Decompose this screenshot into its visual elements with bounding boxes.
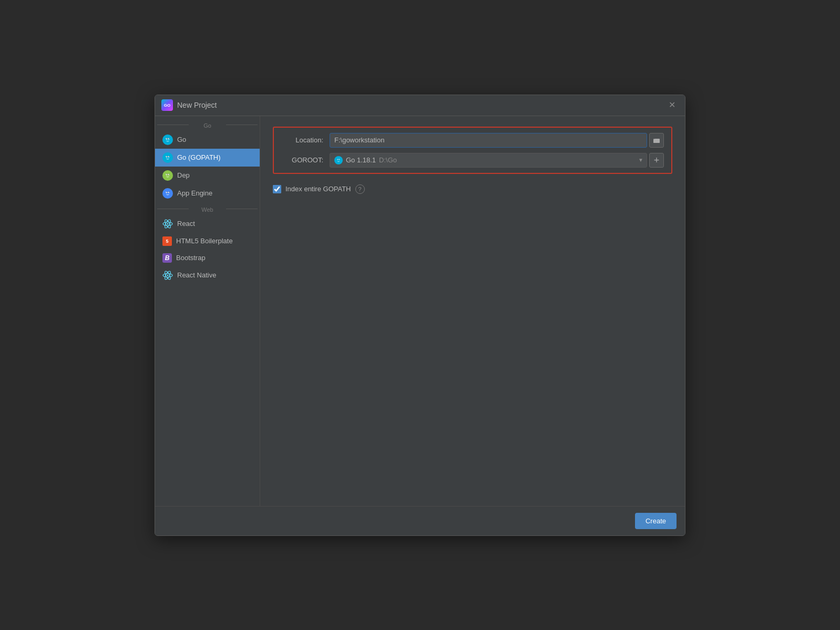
svg-point-10 [164,172,171,179]
section-go-label: Go [155,118,260,131]
sidebar-item-html5[interactable]: 5 HTML5 Boilerplate [155,233,260,250]
sidebar: Go Go [155,116,260,506]
sidebar-item-react-native[interactable]: React Native [155,266,260,284]
title-left: GO New Project [161,99,217,111]
svg-point-3 [167,138,167,138]
react-native-icon [162,270,173,281]
dep-icon [162,170,173,181]
svg-point-32 [339,159,340,160]
location-label: Location: [281,136,323,144]
index-gopath-row: Index entire GOPATH ? [273,182,672,196]
svg-point-19 [169,191,169,192]
svg-point-9 [169,156,169,156]
browse-button[interactable] [649,133,664,148]
svg-point-12 [168,173,170,175]
goroot-path: D:\Go [379,156,397,164]
go-gopath-icon [162,152,173,163]
svg-point-4 [169,138,169,138]
location-row: Location: [281,133,664,148]
svg-point-2 [168,138,170,139]
appengine-icon [162,188,173,199]
svg-point-23 [167,223,169,224]
html5-icon: 5 [162,236,172,246]
create-button[interactable]: Create [635,513,677,529]
go-small-icon [334,156,343,164]
svg-point-7 [168,156,170,157]
svg-point-27 [167,274,169,276]
folder-icon [653,137,660,144]
chevron-down-icon: ▼ [638,157,643,163]
sidebar-item-dep[interactable]: Dep [155,167,260,184]
svg-point-18 [167,191,167,192]
location-input[interactable] [330,133,647,148]
svg-point-17 [168,191,170,193]
form-section: Location: GOROOT: [273,127,672,174]
sidebar-item-appengine-label: App Engine [177,189,212,197]
main-content: Location: GOROOT: [260,116,685,506]
sidebar-item-bootstrap[interactable]: B Bootstrap [155,250,260,266]
svg-rect-29 [653,139,660,143]
svg-point-5 [164,154,171,161]
new-project-dialog: GO New Project ✕ Go [155,95,685,536]
svg-point-14 [169,173,169,174]
svg-point-31 [337,159,339,160]
sidebar-item-appengine[interactable]: App Engine [155,184,260,202]
goroot-display[interactable]: Go 1.18.1 D:\Go ▼ [330,153,647,168]
goroot-version: Go 1.18.1 [346,156,376,164]
svg-point-11 [166,173,168,175]
sidebar-item-html5-label: HTML5 Boilerplate [176,237,233,245]
goroot-row: GOROOT: [281,153,664,168]
sidebar-item-go-gopath[interactable]: Go (GOPATH) [155,149,260,167]
svg-point-16 [166,191,168,193]
dialog-body: Go Go [155,116,685,506]
svg-point-0 [164,136,171,143]
index-gopath-checkbox[interactable] [273,185,281,193]
sidebar-item-go[interactable]: Go [155,131,260,149]
app-icon: GO [161,99,173,111]
react-icon [162,219,173,229]
dialog-title: New Project [177,101,217,109]
sidebar-item-dep-label: Dep [177,171,190,179]
title-bar: GO New Project ✕ [155,95,685,116]
svg-point-15 [164,190,171,197]
svg-point-1 [166,138,168,139]
svg-point-34 [339,159,340,159]
dialog-footer: Create [155,506,685,535]
help-icon[interactable]: ? [355,184,365,194]
sidebar-item-go-gopath-label: Go (GOPATH) [177,153,221,161]
sidebar-item-react-label: React [177,220,195,228]
close-button[interactable]: ✕ [665,100,679,110]
svg-point-6 [166,156,168,157]
section-web-label: Web [155,202,260,215]
svg-point-30 [336,158,341,163]
sidebar-item-react-native-label: React Native [177,271,216,279]
svg-point-33 [337,159,338,159]
goroot-label: GOROOT: [281,156,323,164]
add-goroot-button[interactable]: + [649,153,664,168]
location-input-wrapper [330,133,664,148]
bootstrap-icon: B [162,253,172,263]
go-icon [162,135,173,145]
index-gopath-label: Index entire GOPATH [285,185,351,193]
svg-point-8 [167,156,167,156]
sidebar-item-bootstrap-label: Bootstrap [176,254,206,262]
svg-point-13 [167,173,167,174]
sidebar-item-react[interactable]: React [155,215,260,233]
sidebar-item-go-label: Go [177,136,186,143]
goroot-select-wrapper: Go 1.18.1 D:\Go ▼ + [330,153,664,168]
